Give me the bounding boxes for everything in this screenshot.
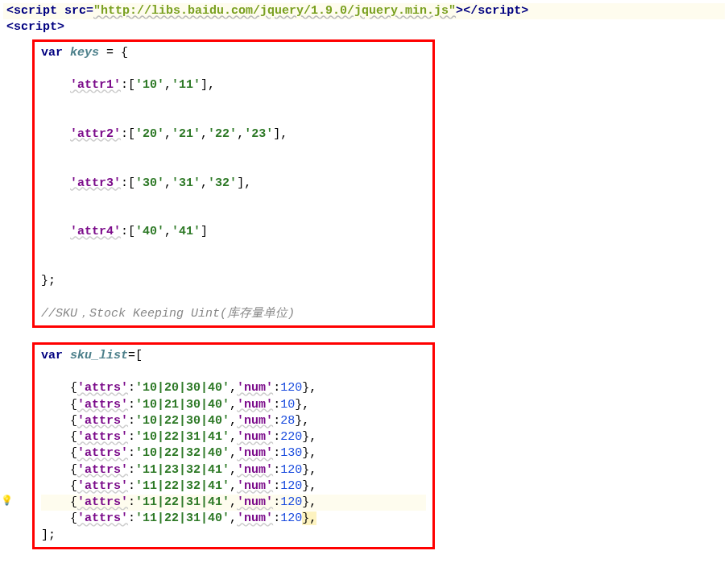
- code-line: 'attr3':['30','31','32'],: [41, 176, 426, 192]
- code-line: <script>: [3, 19, 725, 35]
- code-line: };: [41, 273, 426, 289]
- list-item: {'attrs':'10|22|32|40','num':130},: [41, 445, 426, 462]
- blank-line: [41, 241, 426, 257]
- end-tag: </script>: [463, 4, 528, 18]
- list-item: {'attrs':'10|22|30|40','num':28},: [41, 413, 426, 429]
- list-item: {'attrs':'10|20|30|40','num':120},: [41, 380, 426, 396]
- list-item: 💡 {'attrs':'11|22|31|41','num':120},: [41, 495, 426, 511]
- list-item: {'attrs':'10|22|31|41','num':220},: [41, 429, 426, 445]
- keyword-var: var: [41, 46, 63, 60]
- code-line: var sku_list=[: [41, 348, 426, 364]
- list-item: {'attrs':'11|22|32|41','num':120},: [41, 478, 426, 495]
- script-open: <script>: [6, 20, 64, 34]
- code-line: ];: [41, 528, 426, 544]
- attr-src: src=: [57, 4, 93, 18]
- blank-line: [41, 257, 426, 273]
- punct: = {: [99, 46, 128, 60]
- blank-line: [41, 364, 426, 380]
- list-item: {'attrs':'10|21|30|40','num':10},: [41, 397, 426, 413]
- blank-line: [41, 110, 426, 126]
- blank-line: [41, 208, 426, 224]
- code-line: 'attr1':['10','11'],: [41, 77, 426, 93]
- keyword-var: var: [41, 349, 63, 362]
- blank-line: [41, 93, 426, 110]
- sku-rows-container: {'attrs':'10|20|30|40','num':120}, {'att…: [41, 380, 426, 527]
- code-line: <script src="http://libs.baidu.com/jquer…: [3, 3, 725, 19]
- list-item: {'attrs':'11|23|32|41','num':120},: [41, 462, 426, 478]
- highlight-box-2: var sku_list=[ {'attrs':'10|20|30|40','n…: [32, 342, 435, 549]
- highlight-box-1: var keys = { 'attr1':['10','11'], 'attr2…: [32, 39, 435, 328]
- url-string: "http://libs.baidu.com/jquery/1.9.0/jque…: [93, 4, 456, 18]
- bulb-icon: 💡: [1, 495, 13, 507]
- blank-line: [41, 289, 426, 305]
- var-keys: keys: [63, 46, 99, 60]
- blank-line: [41, 192, 426, 208]
- blank-line: [41, 143, 426, 159]
- list-item: {'attrs':'11|22|31|40','num':120},: [41, 511, 426, 527]
- blank-line: [41, 159, 426, 175]
- tag-open: <script: [6, 4, 57, 18]
- var-sku-list: sku_list: [63, 349, 128, 362]
- code-line: 'attr4':['40','41']: [41, 224, 426, 240]
- comment-line: //SKU，Stock Keeping Uint(库存量单位): [41, 306, 426, 322]
- code-editor: <script src="http://libs.baidu.com/jquer…: [3, 3, 725, 549]
- code-line: var keys = {: [41, 45, 426, 61]
- code-line: 'attr2':['20','21','22','23'],: [41, 126, 426, 143]
- blank-line: [41, 61, 426, 77]
- tag-close: >: [456, 4, 463, 18]
